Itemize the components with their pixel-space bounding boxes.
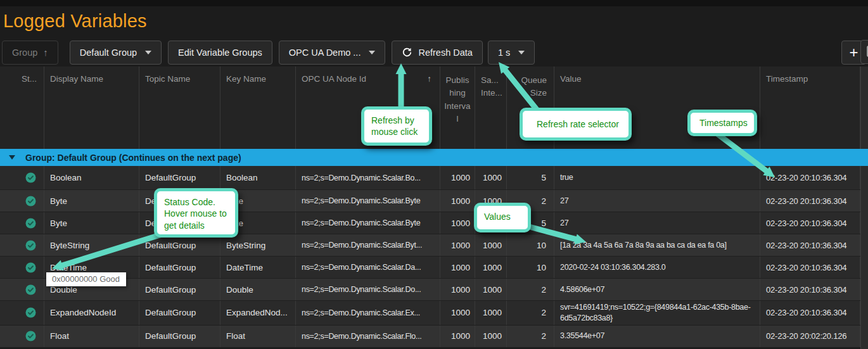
- cell-display-name: ExpandedNodeId: [44, 301, 139, 325]
- cell-node-id: ns=2;s=Demo.Dynamic.Scalar.Ex...: [296, 301, 440, 325]
- cell-topic-name: DefaultGroup: [139, 301, 220, 325]
- connection-select-label: OPC UA Demo ...: [289, 48, 361, 58]
- cell-value: 27: [554, 190, 760, 212]
- cell-publishing-interval: 1000: [440, 234, 475, 256]
- cell-node-id: ns=2;s=Demo.Dynamic.Scalar.Bo...: [296, 166, 440, 189]
- callout-timestamps: Timestamps: [687, 110, 757, 136]
- status-good-icon: [25, 331, 36, 341]
- status-good-icon: [25, 262, 36, 273]
- export-button-partial[interactable]: [860, 40, 868, 64]
- callout-refresh-by-click: Refresh by mouse click: [361, 106, 432, 146]
- cell-publishing-interval: 1000: [440, 257, 475, 278]
- cell-status: [0, 234, 44, 256]
- collapse-triangle-icon[interactable]: [9, 155, 15, 160]
- status-good-icon: [25, 218, 36, 229]
- cell-publishing-interval: 1000: [440, 190, 475, 212]
- cell-topic-name: DefaultGroup: [139, 166, 220, 189]
- table-row[interactable]: Byte DefaultGroup Byte ns=2;s=Demo.Dynam…: [0, 190, 860, 212]
- cell-value: svr=41691419;ns=10522;g={849844a1-62ac-4…: [554, 301, 760, 325]
- cell-publishing-interval: 1000: [440, 326, 475, 347]
- group-select-dropdown[interactable]: Default Group: [70, 41, 162, 65]
- cell-key-name: Float: [220, 326, 296, 347]
- callout-values: Values: [474, 203, 531, 232]
- toolbar: Group ↑ Default Group Edit Variable Grou…: [0, 38, 868, 67]
- status-tooltip: 0x00000000 Good: [46, 272, 126, 286]
- cell-display-name: Byte: [44, 190, 139, 212]
- cell-sampling-interval: 1000: [475, 279, 507, 300]
- cell-key-name: ExpandedNod...: [220, 301, 296, 325]
- table-row[interactable]: Boolean DefaultGroup Boolean ns=2;s=Demo…: [0, 166, 860, 190]
- cell-display-name: Float: [44, 326, 139, 347]
- status-good-icon: [25, 307, 36, 318]
- sampling-header-line1: Sa...: [481, 74, 501, 87]
- cell-timestamp: 02-23-20 20:10:36.304: [760, 301, 860, 325]
- cell-publishing-interval: 1000: [440, 166, 475, 189]
- cell-status: [0, 301, 44, 325]
- table-row[interactable]: Float DefaultGroup Float ns=2;s=Demo.Dyn…: [0, 326, 860, 348]
- connection-select-dropdown[interactable]: OPC UA Demo ...: [279, 41, 386, 65]
- column-header-key-name[interactable]: Key Name: [220, 67, 296, 149]
- cell-status: [0, 279, 44, 300]
- cell-queue-size: 5: [507, 166, 554, 189]
- sampling-header-line2: Inte...: [481, 87, 501, 99]
- cell-value: true: [554, 166, 760, 189]
- cell-sampling-interval: 1000: [475, 326, 507, 347]
- table-row[interactable]: Byte DefaultGroup Byte ns=2;s=Demo.Dynam…: [0, 212, 860, 234]
- refresh-data-button[interactable]: Refresh Data: [392, 41, 482, 65]
- cell-node-id: ns=2;s=Demo.Dynamic.Scalar.Flo...: [296, 326, 440, 347]
- chevron-down-icon: [145, 51, 151, 54]
- refresh-label: Refresh Data: [418, 48, 472, 58]
- edit-variable-groups-button[interactable]: Edit Variable Groups: [168, 41, 272, 65]
- table-row[interactable]: ByteString DefaultGroup ByteString ns=2;…: [0, 234, 860, 257]
- cell-timestamp: 02-23-20 20:10:36.304: [760, 234, 860, 256]
- group-header-row[interactable]: Group: Default Group (Continues on the n…: [0, 149, 868, 166]
- group-header-label: Group: Default Group (Continues on the n…: [25, 153, 241, 163]
- table-row[interactable]: ExpandedNodeId DefaultGroup ExpandedNod.…: [0, 301, 860, 326]
- cell-node-id: ns=2;s=Demo.Dynamic.Scalar.Do...: [296, 279, 440, 300]
- cell-status: [0, 212, 44, 234]
- cell-queue-size: 2: [507, 326, 554, 347]
- group-sort-chip[interactable]: Group ↑: [2, 41, 58, 65]
- cell-value: 27: [554, 212, 760, 234]
- table-row[interactable]: DateTime DefaultGroup DateTime ns=2;s=De…: [0, 257, 860, 279]
- top-strip: [0, 0, 868, 6]
- cell-node-id: ns=2;s=Demo.Dynamic.Scalar.Da...: [296, 257, 440, 278]
- logged-variables-screen: Logged Variables Group ↑ Default Group E…: [0, 0, 868, 349]
- cell-value: 4.58606e+07: [554, 279, 760, 300]
- column-header-topic-name[interactable]: Topic Name: [139, 67, 220, 149]
- cell-display-name: Boolean: [44, 166, 139, 189]
- column-header-timestamp[interactable]: Timestamp: [760, 67, 860, 149]
- refresh-rate-dropdown[interactable]: 1 s: [488, 41, 535, 65]
- cell-node-id: ns=2;s=Demo.Dynamic.Scalar.Byte: [296, 190, 440, 212]
- cell-queue-size: 10: [507, 234, 554, 256]
- cell-publishing-interval: 1000: [440, 212, 475, 234]
- cell-timestamp: 02-23-20 20:02:20.126: [760, 326, 860, 347]
- status-good-icon: [25, 172, 36, 183]
- status-good-icon: [25, 196, 36, 206]
- vertical-scrollbar[interactable]: [860, 67, 868, 349]
- status-good-icon: [25, 284, 36, 295]
- table-row[interactable]: Double DefaultGroup Double ns=2;s=Demo.D…: [0, 279, 860, 301]
- cell-node-id: ns=2;s=Demo.Dynamic.Scalar.Byte: [296, 212, 440, 234]
- chevron-down-icon: [369, 51, 375, 54]
- cell-topic-name: DefaultGroup: [139, 257, 220, 278]
- column-header-display-name[interactable]: Display Name: [44, 67, 139, 149]
- cell-topic-name: DefaultGroup: [139, 279, 220, 300]
- table-body: Boolean DefaultGroup Boolean ns=2;s=Demo…: [0, 166, 868, 348]
- refresh-icon: [402, 47, 412, 58]
- column-header-status[interactable]: St...: [0, 67, 44, 149]
- column-header-publishing-interval[interactable]: Publishing Interval: [440, 67, 475, 149]
- cell-sampling-interval: 1000: [475, 301, 507, 325]
- cell-timestamp: 02-23-20 20:10:36.304: [760, 190, 860, 212]
- cell-topic-name: DefaultGroup: [139, 326, 220, 347]
- cell-display-name: ByteString: [44, 234, 139, 256]
- chevron-down-icon: [518, 51, 525, 54]
- column-header-sampling-interval[interactable]: Sa... Inte...: [475, 67, 507, 149]
- cell-status: [0, 166, 44, 189]
- cell-status: [0, 190, 44, 212]
- cell-key-name: Boolean: [220, 166, 296, 189]
- cell-timestamp: 02-23-20 20:10:36.304: [760, 166, 860, 189]
- cell-status: [0, 257, 44, 278]
- cell-value: 2020-02-24 03:10:36.304.283.0: [554, 257, 760, 278]
- page-title: Logged Variables: [0, 6, 868, 38]
